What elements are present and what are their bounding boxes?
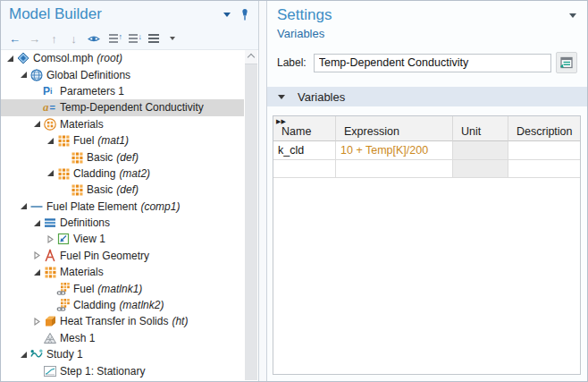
material-link-icon	[56, 282, 73, 296]
pin-icon[interactable]	[239, 8, 250, 21]
settings-menu-caret-icon[interactable]	[569, 13, 576, 18]
form-arrow-icon	[560, 56, 574, 70]
tree-item-mesh1[interactable]: Mesh 1	[1, 330, 244, 346]
tree-item-view1[interactable]: View 1	[1, 231, 244, 247]
scroll-up-button[interactable]	[245, 50, 257, 64]
expand-toggle[interactable]	[31, 120, 43, 128]
expand-toggle[interactable]	[18, 202, 29, 210]
settings-pane: Settings Variables Label: Variables ▶▶ N…	[267, 1, 587, 381]
label-input[interactable]	[314, 54, 551, 72]
tree-item-cladding-matlnk2[interactable]: Cladding (matlnk2)	[1, 297, 244, 313]
tree-item-tag: (def)	[116, 183, 139, 196]
cell-description[interactable]	[508, 141, 580, 160]
cell-description[interactable]	[508, 160, 580, 178]
tree-item-tag: (root)	[97, 52, 122, 64]
expand-toggle[interactable]	[31, 219, 43, 227]
tree-item-fuel-plate-element[interactable]: Fuel Plate Element (comp1)	[1, 199, 244, 215]
tree-item-label: Basic	[87, 183, 113, 196]
collapsed-icon	[33, 251, 41, 259]
tree-item-step1-stationary[interactable]: Step 1: Stationary	[1, 362, 244, 378]
expand-all-button[interactable]: ↑	[105, 31, 121, 47]
cell-name[interactable]	[273, 160, 336, 178]
globe-icon	[29, 68, 46, 82]
expand-toggle[interactable]	[45, 169, 56, 177]
pane-splitter[interactable]	[259, 1, 267, 381]
expanded-icon	[33, 219, 41, 227]
tree-item-label: Heat Transfer in Solids	[60, 315, 168, 327]
show-eye-button[interactable]	[86, 31, 101, 47]
move-down-button[interactable]: ↓	[66, 31, 81, 47]
toolbar-more-button[interactable]	[164, 31, 180, 47]
tree-item-label: Cladding	[73, 167, 115, 180]
collapsed-icon	[46, 235, 55, 243]
node-text-icon	[148, 34, 157, 44]
tree-item-label: View 1	[73, 233, 105, 245]
tree-item-temp-dependent-conductivity[interactable]: a= Temp-Dependent Conductivity	[1, 99, 244, 115]
expanded-icon	[20, 351, 28, 359]
expanded-icon	[33, 120, 41, 128]
expand-toggle[interactable]	[18, 351, 29, 359]
tree-item-label: Mesh 1	[60, 332, 95, 344]
back-button[interactable]: ←	[7, 31, 22, 47]
tree-item-label: Fuel	[73, 283, 94, 295]
model-builder-menu-caret-icon[interactable]	[223, 13, 231, 17]
tree-item-fuel-matlnk1[interactable]: Fuel (matlnk1)	[1, 280, 244, 296]
tree-item-basic-def[interactable]: Basic (def)	[1, 182, 244, 198]
caret-down-icon	[170, 37, 175, 40]
component-1d-icon	[29, 199, 46, 214]
tree-item-label: Parameters 1	[60, 85, 124, 98]
tree-item-heat-transfer[interactable]: Heat Transfer in Solids (ht)	[1, 313, 244, 329]
tree-item-label: Fuel	[73, 134, 94, 147]
tree-item-definitions[interactable]: Definitions	[1, 215, 244, 231]
tree-item-parameters[interactable]: Pi Parameters 1	[1, 83, 244, 99]
scrollbar-thumb[interactable]	[245, 64, 257, 380]
tree-item-tag: (mat1)	[97, 134, 129, 147]
tree-item-basic-def[interactable]: Basic (def)	[1, 149, 244, 165]
table-empty-area	[273, 178, 580, 374]
expanded-icon	[46, 169, 55, 177]
expand-toggle[interactable]	[4, 55, 16, 63]
material-basic-icon	[70, 183, 87, 197]
cell-expression[interactable]	[336, 160, 453, 178]
cell-expression[interactable]: 10 + Temp[K]/200	[336, 141, 453, 160]
label-caption: Label:	[277, 56, 307, 69]
tree-item-solver-configurations[interactable]: Solver Configurations	[1, 379, 244, 380]
cell-unit[interactable]	[453, 160, 508, 178]
settings-subtitle: Variables	[267, 24, 587, 40]
expand-toggle[interactable]	[45, 235, 56, 243]
collapsed-icon	[33, 318, 41, 326]
material-link-icon	[56, 298, 73, 312]
section-title: Variables	[298, 90, 345, 104]
rename-button[interactable]	[556, 52, 577, 73]
tree-item-tag: (comp1)	[140, 200, 180, 213]
tree-item-global-definitions[interactable]: Global Definitions	[1, 66, 244, 82]
expand-toggle[interactable]	[31, 318, 43, 326]
tree-item-label: Basic	[87, 151, 113, 164]
variables-section-header[interactable]: Variables	[267, 87, 587, 106]
cell-unit[interactable]	[453, 141, 508, 160]
column-header-description: Description	[508, 116, 580, 141]
expanded-icon	[46, 137, 55, 145]
section-collapse-icon	[278, 95, 285, 99]
tree-item-component-materials[interactable]: Materials	[1, 264, 244, 280]
tree-item-fuel-pin-geometry[interactable]: Fuel Pin Geometry	[1, 248, 244, 264]
tree-item-tag: (matlnk2)	[119, 299, 164, 311]
node-text-button[interactable]	[145, 31, 160, 47]
tree-item-fuel-mat1[interactable]: Fuel (mat1)	[1, 132, 244, 149]
move-up-button[interactable]: ↑	[46, 31, 62, 47]
tree-item-global-materials[interactable]: Materials	[1, 116, 244, 132]
collapse-all-button[interactable]: ↓	[125, 31, 140, 47]
tree-scrollbar[interactable]	[245, 50, 257, 380]
forward-button[interactable]: →	[27, 31, 42, 47]
materials-icon	[43, 117, 60, 132]
expand-toggle[interactable]	[31, 268, 43, 276]
cell-name[interactable]: k_cld	[273, 141, 336, 160]
expand-toggle[interactable]	[45, 137, 56, 145]
mesh-icon	[43, 331, 60, 345]
expand-toggle[interactable]	[31, 251, 43, 259]
tree-item-cladding-mat2[interactable]: Cladding (mat2)	[1, 166, 244, 182]
tree-item-study1[interactable]: Study 1	[1, 346, 244, 362]
tree-item-root[interactable]: Comsol.mph (root)	[1, 50, 244, 66]
expand-toggle[interactable]	[18, 71, 29, 79]
model-root-icon	[16, 51, 33, 65]
